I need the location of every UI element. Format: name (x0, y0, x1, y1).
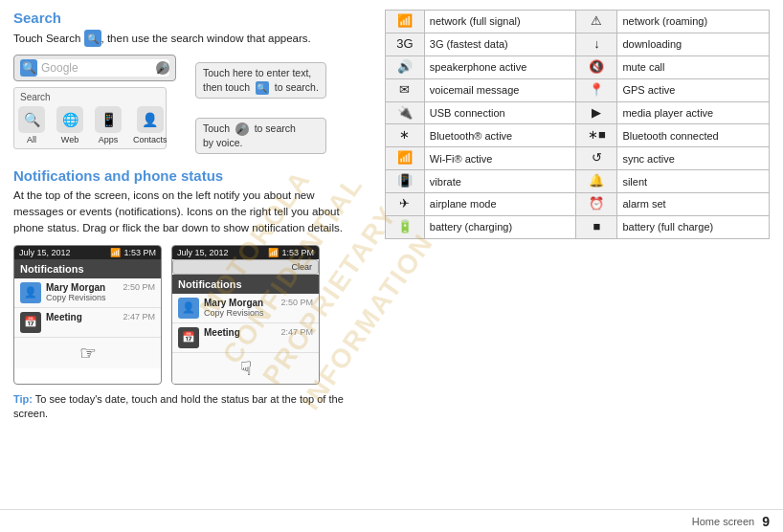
notif-time-1b: 2:47 PM (123, 312, 155, 321)
left-status-icon: 📶 (386, 147, 425, 170)
left-status-label: Wi-Fi® active (424, 147, 576, 170)
notif-body-1: 👤 Mary Morgan Copy Revisions 2:50 PM 📅 M… (14, 278, 161, 368)
search-bar-google[interactable]: Google (41, 61, 156, 75)
right-status-icon: 🔔 (576, 170, 617, 193)
phone-screen-1: July 15, 2012 📶 1:53 PM Notifications 👤 … (13, 245, 162, 385)
notifications-section: Notifications and phone status At the to… (13, 167, 368, 422)
search-panel-icons: 🔍 All 🌐 Web 📱 Apps (18, 106, 162, 144)
tip-body: To see today's date, touch and hold the … (13, 393, 344, 419)
phone-screen-2: July 15, 2012 📶 1:53 PM Clear Notificati… (171, 245, 320, 385)
left-status-icon: 🔌 (386, 101, 425, 124)
notif-icon-2b: 📅 (178, 327, 199, 348)
search-panel-web[interactable]: 🌐 Web (56, 106, 83, 144)
right-status-icon: ⏰ (576, 193, 617, 216)
notif-name-2a: Mary Morgan (204, 298, 276, 308)
table-row: 🔊 speakerphone active 🔇 mute call (386, 55, 770, 78)
status-table: 📶 network (full signal) ⚠ network (roami… (385, 10, 770, 239)
right-status-label: alarm set (617, 193, 770, 216)
notif-name-2b: Meeting (204, 327, 276, 338)
search-title: Search (13, 10, 368, 26)
left-status-icon: ✈ (386, 193, 425, 216)
table-row: 📶 Wi-Fi® active ↺ sync active (386, 147, 770, 170)
right-status-label: media player active (617, 101, 770, 124)
notif-content-2b: Meeting (204, 327, 276, 338)
clear-button[interactable]: Clear (172, 259, 319, 275)
notif-time-2b: 2:47 PM (280, 327, 313, 337)
right-status-label: mute call (617, 55, 770, 78)
hand-swipe-1: ☞ (14, 338, 161, 368)
notifications-body: At the top of the screen, icons on the l… (13, 188, 368, 237)
page-number: 9 (762, 514, 770, 529)
signal-icon-2: 📶 (268, 248, 279, 257)
notif-content-1a: Mary Morgan Copy Revisions (46, 282, 118, 302)
left-status-label: 3G (fastest data) (424, 33, 576, 55)
left-status-label: battery (charging) (424, 216, 576, 239)
right-status-icon: 📍 (576, 78, 617, 101)
web-icon: 🌐 (56, 106, 83, 133)
search-body: Touch Search 🔍, then use the search wind… (13, 30, 368, 47)
search-icon: 🔍 (84, 30, 101, 47)
notif-item-1b: 📅 Meeting 2:47 PM (14, 308, 161, 338)
search-panel-all[interactable]: 🔍 All (18, 106, 45, 144)
left-status-icon: 📶 (386, 11, 425, 33)
left-status-label: voicemail message (424, 78, 576, 101)
right-column: 📶 network (full signal) ⚠ network (roami… (385, 10, 770, 522)
hand-swipe-2: ☟ (172, 353, 319, 384)
mic-icon[interactable]: 🎤 (156, 61, 169, 75)
notif-icon-1b: 📅 (20, 312, 41, 333)
notif-name-1b: Meeting (46, 312, 118, 322)
right-status-icon: ■ (576, 216, 617, 239)
left-status-icon: 🔋 (386, 216, 425, 239)
notification-screens: July 15, 2012 📶 1:53 PM Notifications 👤 … (13, 245, 368, 385)
callout-2: Touch 🎤 to searchby voice. (195, 118, 326, 154)
right-status-label: network (roaming) (617, 11, 770, 33)
status-bar-1: July 15, 2012 📶 1:53 PM (14, 246, 161, 259)
left-column: Search Touch Search 🔍, then use the sear… (13, 10, 368, 522)
search-demo-area: 🔍 Google 🎤 Search 🔍 All (13, 55, 368, 154)
notif-content-2a: Mary Morgan Copy Revisions (204, 298, 276, 318)
left-status-label: speakerphone active (424, 55, 576, 78)
time-1: 1:53 PM (123, 248, 156, 257)
left-status-label: vibrate (424, 170, 576, 193)
notif-content-1b: Meeting (46, 312, 118, 322)
callouts-area: Touch here to enter text,then touch 🔍 to… (195, 62, 326, 154)
left-status-icon: 📳 (386, 170, 425, 193)
table-row: 3G 3G (fastest data) ↓ downloading (386, 33, 770, 55)
search-panel-contacts[interactable]: 👤 Contacts (133, 106, 168, 144)
notif-header-1: Notifications (14, 259, 161, 278)
right-status-icon: ⚠ (576, 11, 617, 33)
right-status-icon: ▶ (576, 101, 617, 124)
notif-icon-1a: 👤 (20, 282, 41, 303)
date-2: July 15, 2012 (177, 248, 229, 257)
apps-icon: 📱 (95, 106, 122, 133)
contacts-label: Contacts (133, 135, 168, 144)
right-status-icon: ↺ (576, 147, 617, 170)
status-bar-2: July 15, 2012 📶 1:53 PM (172, 246, 319, 259)
notif-body-2: 👤 Mary Morgan Copy Revisions 2:50 PM 📅 M… (172, 294, 319, 384)
notif-item-1a: 👤 Mary Morgan Copy Revisions 2:50 PM (14, 278, 161, 308)
signal-icon-1: 📶 (110, 248, 121, 257)
table-row: 📳 vibrate 🔔 silent (386, 170, 770, 193)
callout-1: Touch here to enter text,then touch 🔍 to… (195, 62, 326, 99)
table-row: ✉ voicemail message 📍 GPS active (386, 78, 770, 101)
google-search-icon: 🔍 (20, 59, 37, 77)
table-row: 🔋 battery (charging) ■ battery (full cha… (386, 216, 770, 239)
right-status-label: downloading (617, 33, 770, 55)
notif-header-2: Notifications (172, 275, 319, 294)
right-status-label: silent (617, 170, 770, 193)
left-status-icon: ✉ (386, 78, 425, 101)
search-panel-apps[interactable]: 📱 Apps (95, 106, 122, 144)
notif-name-1a: Mary Morgan (46, 282, 118, 293)
left-status-icon: 3G (386, 33, 425, 55)
search-section: Search Touch Search 🔍, then use the sear… (13, 10, 368, 154)
right-status-label: sync active (617, 147, 770, 170)
table-row: ∗ Bluetooth® active ∗■ Bluetooth connect… (386, 124, 770, 147)
notif-sub-1a: Copy Revisions (46, 293, 118, 302)
date-1: July 15, 2012 (19, 248, 71, 257)
right-status-label: battery (full charge) (617, 216, 770, 239)
contacts-icon: 👤 (137, 106, 164, 133)
bottom-bar: Home screen 9 (0, 509, 783, 532)
table-row: 🔌 USB connection ▶ media player active (386, 101, 770, 124)
notif-sub-2a: Copy Revisions (204, 308, 276, 318)
right-status-label: Bluetooth connected (617, 124, 770, 147)
